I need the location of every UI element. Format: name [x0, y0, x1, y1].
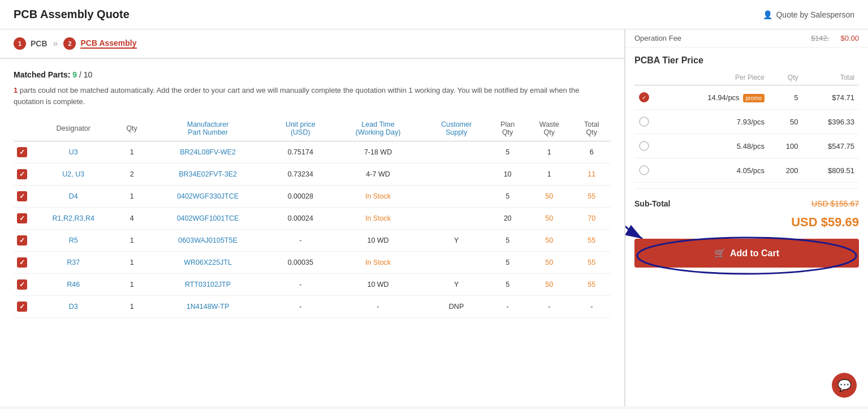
row-total-qty-0: 6 [573, 141, 611, 163]
tier-qty-3: 200 [769, 158, 803, 183]
row-checkbox-6[interactable] [14, 274, 31, 296]
row-customer-supply-1 [424, 163, 489, 186]
row-plan-qty-3: 20 [489, 208, 526, 230]
table-header-row: Designator Qty ManufacturerPart Number U… [14, 116, 611, 141]
tier-row[interactable]: 4.05/pcs 200 $809.51 [634, 158, 859, 183]
row-designator-0: U3 [31, 141, 116, 163]
row-qty-2: 1 [116, 186, 148, 208]
row-waste-qty-3: 50 [526, 208, 572, 230]
row-waste-qty-7: - [526, 296, 572, 318]
row-waste-qty-0: 1 [526, 141, 572, 163]
row-qty-6: 1 [116, 274, 148, 296]
step-pcb[interactable]: 1 PCB [14, 37, 47, 50]
subtotal-value: USD $155.67 [811, 199, 859, 208]
row-total-qty-7: - [573, 296, 611, 318]
tier-per-piece-2: 5.48/pcs [665, 134, 769, 158]
row-designator-5: R37 [31, 252, 116, 274]
tier-radio-3[interactable] [634, 158, 665, 183]
tier-total-0: $74.71 [803, 85, 860, 110]
row-mpn-5: WR06X225JTL [148, 252, 269, 274]
row-checkbox-4[interactable] [14, 230, 31, 252]
tier-per-piece-0: 14.94/pcspromo [665, 85, 769, 110]
table-row: R5 1 0603WAJ0105T5E - 10 WD Y 5 50 55 [14, 230, 611, 252]
row-designator-6: R46 [31, 274, 116, 296]
row-checkbox-0[interactable] [14, 141, 31, 163]
row-waste-qty-2: 50 [526, 186, 572, 208]
row-lead-time-0: 7-18 WD [332, 141, 424, 163]
add-to-cart-label: Add to Cart [730, 248, 779, 259]
row-checkbox-3[interactable] [14, 208, 31, 230]
tier-col-select [634, 70, 665, 85]
row-designator-2: D4 [31, 186, 116, 208]
col-customer-supply: CustomerSupply [424, 116, 489, 141]
row-total-qty-6: 55 [573, 274, 611, 296]
matched-parts-label: Matched Parts: [14, 70, 72, 79]
row-lead-time-2: In Stock [332, 186, 424, 208]
person-icon: 👤 [763, 10, 772, 19]
content-area: Matched Parts: 9 / 10 1 parts could not … [0, 59, 624, 329]
col-checkbox [14, 116, 31, 141]
table-row: D4 1 0402WGF330JTCE 0.00028 In Stock 5 5… [14, 186, 611, 208]
row-checkbox-7[interactable] [14, 296, 31, 318]
tier-title: PCBA Tier Price [625, 48, 868, 70]
add-to-cart-button[interactable]: 🛒 Add to Cart [634, 239, 859, 268]
tier-radio-0[interactable] [634, 85, 665, 110]
row-mpn-3: 0402WGF1001TCE [148, 208, 269, 230]
row-waste-qty-6: 50 [526, 274, 572, 296]
tier-qty-0: 5 [769, 85, 803, 110]
row-unit-price-3: 0.00024 [268, 208, 332, 230]
row-unit-price-5: 0.00035 [268, 252, 332, 274]
matched-count: 9 [72, 70, 77, 79]
row-checkbox-2[interactable] [14, 186, 31, 208]
tier-per-piece-1: 7.93/pcs [665, 110, 769, 134]
slash: / [79, 70, 84, 79]
table-row: R46 1 RTT03102JTP - 10 WD Y 5 50 55 [14, 274, 611, 296]
row-total-qty-4: 55 [573, 230, 611, 252]
tier-radio-2[interactable] [634, 134, 665, 158]
tier-col-total: Total [803, 70, 860, 85]
row-plan-qty-2: 5 [489, 186, 526, 208]
tier-radio-1[interactable] [634, 110, 665, 134]
tier-table: Per Piece Qty Total 14.94/pcspromo 5 $74… [634, 70, 859, 183]
tier-row[interactable]: 5.48/pcs 100 $547.75 [634, 134, 859, 158]
tier-total-1: $396.33 [803, 110, 860, 134]
parts-table: Designator Qty ManufacturerPart Number U… [14, 116, 611, 318]
left-panel: 1 PCB » 2 PCB Assembly Matched Parts: 9 … [0, 29, 625, 406]
row-checkbox-5[interactable] [14, 252, 31, 274]
app-title: PCB Assembly Quote [14, 8, 129, 21]
subtotal-row: Sub-Total USD $155.67 [625, 195, 868, 213]
tier-row[interactable]: 7.93/pcs 50 $396.33 [634, 110, 859, 134]
support-button[interactable]: 💬 [832, 373, 857, 398]
tier-col-per-piece: Per Piece [665, 70, 769, 85]
row-lead-time-6: 10 WD [332, 274, 424, 296]
row-customer-supply-6: Y [424, 274, 489, 296]
row-waste-qty-1: 1 [526, 163, 572, 186]
row-qty-4: 1 [116, 230, 148, 252]
promo-badge: promo [743, 94, 765, 102]
row-unit-price-7: - [268, 296, 332, 318]
total-count: 10 [84, 70, 93, 79]
total-value: USD $59.69 [791, 215, 859, 230]
tier-header-row: Per Piece Qty Total [634, 70, 859, 85]
row-checkbox-1[interactable] [14, 163, 31, 186]
cart-icon: 🛒 [714, 248, 726, 259]
step-pcb-assembly[interactable]: 2 PCB Assembly [63, 37, 136, 50]
tier-row[interactable]: 14.94/pcspromo 5 $74.71 [634, 85, 859, 110]
row-customer-supply-0 [424, 141, 489, 163]
row-mpn-6: RTT03102JTP [148, 274, 269, 296]
row-mpn-7: 1N4148W-TP [148, 296, 269, 318]
step-2-label: PCB Assembly [80, 38, 136, 49]
right-panel: Operation Fee $142. $0.00 PCBA Tier Pric… [625, 29, 868, 406]
total-row: USD $59.69 [625, 213, 868, 239]
row-plan-qty-6: 5 [489, 274, 526, 296]
quote-by: 👤 Quote by Salesperson [763, 10, 854, 19]
op-fee-row: Operation Fee $142. $0.00 [625, 29, 868, 48]
col-unit-price: Unit price(USD) [268, 116, 332, 141]
row-lead-time-7: - [332, 296, 424, 318]
table-row: R1,R2,R3,R4 4 0402WGF1001TCE 0.00024 In … [14, 208, 611, 230]
row-plan-qty-5: 5 [489, 252, 526, 274]
row-waste-qty-5: 50 [526, 252, 572, 274]
row-unit-price-2: 0.00028 [268, 186, 332, 208]
col-lead-time: Lead Time(Working Day) [332, 116, 424, 141]
row-customer-supply-3 [424, 208, 489, 230]
